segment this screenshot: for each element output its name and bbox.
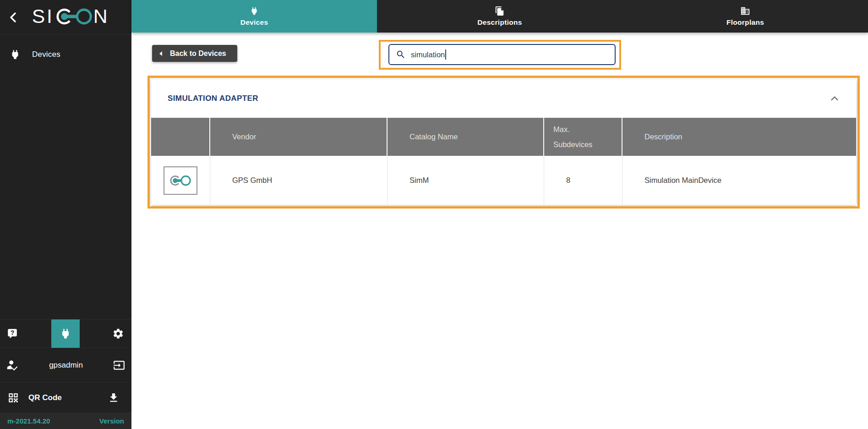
- search-icon: [396, 50, 406, 60]
- table-header-row: Vendor Catalog Name Max. Subdevices Desc…: [151, 118, 856, 156]
- sicon-device-icon: [169, 173, 192, 188]
- tab-devices[interactable]: Devices: [131, 0, 377, 33]
- logout-icon[interactable]: [113, 359, 125, 371]
- help-button[interactable]: ?: [0, 319, 46, 347]
- version-bar: m-2021.54.20 Version: [0, 412, 131, 429]
- settings-button[interactable]: [85, 319, 131, 347]
- top-tab-bar: Devices Descriptions Floorplans: [131, 0, 868, 33]
- user-row: gpsadmin: [0, 347, 131, 382]
- results-highlight-annotation: SIMULATION ADAPTER Vendor: [147, 76, 860, 209]
- plug-icon: [249, 6, 259, 16]
- footer-icon-row: ?: [0, 319, 131, 347]
- text-cursor: [445, 50, 446, 60]
- search-highlight-annotation: simulation: [379, 40, 621, 70]
- sidebar-header: SI N: [0, 0, 131, 35]
- sidebar-item-devices[interactable]: Devices: [0, 44, 131, 65]
- file-copy-icon: [495, 6, 505, 16]
- user-check-icon: [6, 359, 19, 371]
- device-logo: [164, 166, 197, 195]
- sidebar-item-label: Devices: [32, 50, 60, 59]
- tab-label: Descriptions: [477, 18, 522, 27]
- tab-label: Devices: [240, 18, 268, 27]
- device-logo-cell: [151, 156, 210, 205]
- qr-code-row[interactable]: QR Code: [0, 382, 131, 412]
- plug-icon: [59, 327, 72, 340]
- header-icon-column: [151, 118, 210, 156]
- sicon-logo: SI N: [31, 5, 116, 30]
- header-max-subdevices: Max. Subdevices: [544, 118, 622, 156]
- header-catalog-name: Catalog Name: [388, 118, 544, 156]
- download-icon[interactable]: [108, 392, 120, 404]
- cell-max-subdevices: 8: [544, 156, 622, 205]
- back-to-devices-button[interactable]: Back to Devices: [152, 45, 237, 62]
- svg-text:?: ?: [11, 329, 15, 336]
- back-button-label: Back to Devices: [170, 50, 226, 58]
- username-label: gpsadmin: [19, 361, 113, 370]
- gear-icon: [112, 328, 124, 340]
- header-vendor: Vendor: [210, 118, 388, 156]
- qr-code-label: QR Code: [28, 393, 62, 402]
- adapter-table: Vendor Catalog Name Max. Subdevices Desc…: [151, 118, 856, 205]
- collapse-section-button[interactable]: [827, 91, 842, 106]
- table-row[interactable]: GPS GmbH SimM 8 Simulation MainDevice: [151, 156, 856, 205]
- search-value: simulation: [411, 50, 445, 59]
- chevron-up-icon: [829, 93, 841, 104]
- version-value: m-2021.54.20: [7, 417, 50, 425]
- section-title: SIMULATION ADAPTER: [168, 94, 258, 103]
- qr-code-icon: [7, 392, 19, 404]
- cell-catalog-name: SimM: [388, 156, 544, 205]
- search-input[interactable]: simulation: [388, 44, 616, 65]
- simulation-adapter-card: SIMULATION ADAPTER Vendor: [151, 79, 856, 205]
- tab-descriptions[interactable]: Descriptions: [377, 0, 622, 33]
- help-bubble-icon: ?: [6, 328, 18, 340]
- collapse-sidebar-button[interactable]: [5, 8, 23, 27]
- cell-description: Simulation MainDevice: [622, 156, 856, 205]
- plug-icon: [9, 49, 21, 60]
- active-devices-highlight: [51, 319, 80, 348]
- tab-floorplans[interactable]: Floorplans: [622, 0, 868, 33]
- section-header[interactable]: SIMULATION ADAPTER: [151, 79, 856, 118]
- header-description: Description: [622, 118, 856, 156]
- building-icon: [740, 6, 750, 16]
- sidebar-footer: ? gpsadmin: [0, 319, 131, 429]
- version-label: Version: [99, 417, 124, 425]
- logo-text-left: SI: [32, 5, 54, 27]
- cell-vendor: GPS GmbH: [210, 156, 388, 205]
- content-area: Back to Devices simulation SIMULATION AD…: [131, 33, 868, 429]
- tab-label: Floorplans: [726, 18, 764, 27]
- sidebar: SI N Devices ?: [0, 0, 131, 429]
- caret-left-icon: [158, 51, 163, 56]
- devices-footer-button[interactable]: [46, 319, 85, 347]
- main-area: Devices Descriptions Floorplans Back to …: [131, 0, 868, 429]
- chevron-left-icon: [7, 11, 20, 24]
- logo-text-right: N: [93, 5, 108, 27]
